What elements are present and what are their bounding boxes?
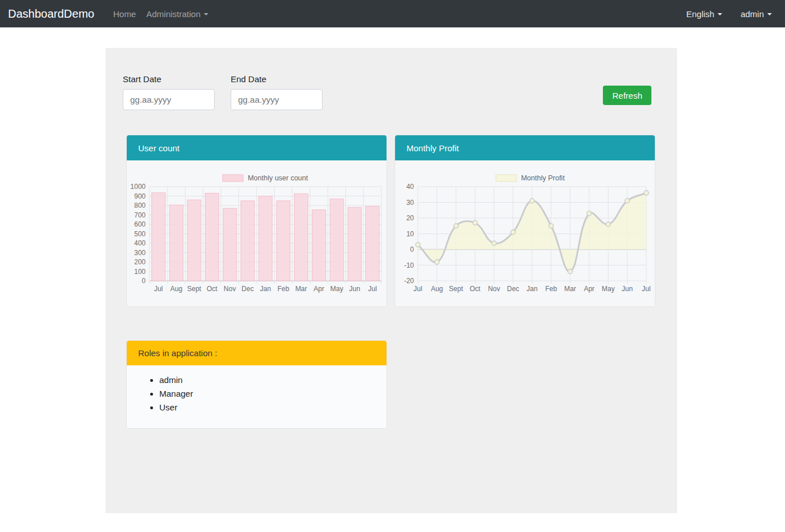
nav-item-administration[interactable]: Administration: [141, 6, 214, 22]
user-count-chart-body: 01002003004005006007008009001000JulAugSe…: [127, 160, 387, 307]
chevron-down-icon: [767, 13, 772, 15]
monthly-profit-line-chart: -20-10010203040JulAugSeptOctNovDecJanFeb…: [395, 160, 654, 307]
svg-text:400: 400: [134, 239, 146, 247]
svg-text:Jul: Jul: [154, 285, 163, 293]
role-item: User: [159, 402, 375, 412]
svg-text:-20: -20: [404, 277, 414, 285]
svg-text:May: May: [602, 285, 615, 293]
svg-text:Jan: Jan: [526, 285, 537, 293]
svg-text:Jan: Jan: [260, 285, 271, 293]
roles-panel-header: Roles in application :: [127, 341, 387, 365]
nav-administration-label: Administration: [146, 9, 200, 19]
svg-text:200: 200: [134, 258, 146, 266]
user-count-panel: User count 01002003004005006007008009001…: [127, 135, 387, 307]
user-count-bar-chart: 01002003004005006007008009001000JulAugSe…: [127, 160, 385, 307]
svg-text:Feb: Feb: [277, 285, 289, 293]
svg-text:Feb: Feb: [545, 285, 557, 293]
svg-text:20: 20: [406, 214, 414, 222]
svg-text:-10: -10: [404, 261, 414, 269]
roles-panel-body: adminManagerUser: [127, 365, 387, 428]
role-item: admin: [159, 375, 375, 385]
svg-text:Aug: Aug: [170, 285, 182, 293]
charts-row: User count 01002003004005006007008009001…: [106, 135, 677, 307]
roles-row: Roles in application : adminManagerUser: [106, 341, 677, 428]
svg-text:Apr: Apr: [584, 285, 595, 293]
svg-text:Jun: Jun: [622, 285, 633, 293]
svg-text:Sept: Sept: [449, 285, 463, 293]
user-count-panel-header: User count: [127, 135, 387, 160]
end-date-input[interactable]: [231, 89, 323, 110]
role-item: Manager: [159, 389, 375, 398]
nav-home-label: Home: [113, 9, 136, 19]
refresh-button[interactable]: Refresh: [603, 86, 651, 105]
svg-text:Nov: Nov: [488, 285, 500, 293]
svg-text:Mar: Mar: [564, 285, 576, 293]
end-date-group: End Date: [231, 74, 323, 110]
chevron-down-icon: [718, 13, 722, 15]
svg-text:800: 800: [134, 201, 146, 209]
svg-text:900: 900: [134, 192, 146, 200]
svg-text:Jul: Jul: [368, 285, 377, 293]
svg-text:Oct: Oct: [470, 285, 481, 293]
roles-panel: Roles in application : adminManagerUser: [127, 341, 387, 428]
nav-item-home[interactable]: Home: [108, 6, 141, 22]
start-date-input[interactable]: [123, 89, 215, 110]
svg-text:Monthly Profit: Monthly Profit: [521, 174, 565, 182]
svg-text:100: 100: [134, 268, 146, 276]
svg-text:0: 0: [410, 245, 414, 253]
monthly-profit-chart-body: -20-10010203040JulAugSeptOctNovDecJanFeb…: [395, 160, 655, 307]
language-label: English: [686, 9, 714, 19]
svg-text:Apr: Apr: [313, 285, 324, 293]
svg-text:1000: 1000: [130, 183, 146, 191]
svg-text:700: 700: [134, 211, 146, 219]
monthly-profit-panel: Monthly Profit -20-10010203040JulAugSept…: [395, 135, 655, 307]
svg-text:500: 500: [134, 230, 146, 238]
svg-text:Jun: Jun: [349, 285, 360, 293]
svg-text:0: 0: [142, 277, 146, 285]
main-content: Start Date End Date Refresh User count 0…: [106, 48, 677, 513]
nav-left: Home Administration: [108, 6, 214, 22]
svg-text:Dec: Dec: [507, 285, 519, 293]
monthly-profit-panel-header: Monthly Profit: [395, 135, 655, 160]
end-date-label: End Date: [231, 74, 323, 84]
roles-list: adminManagerUser: [138, 375, 375, 412]
monthly-profit-panel-title: Monthly Profit: [406, 143, 459, 153]
username-label: admin: [740, 9, 764, 19]
svg-text:600: 600: [134, 220, 146, 228]
svg-text:Monthly user count: Monthly user count: [248, 174, 308, 182]
top-navbar: DashboardDemo Home Administration Englis…: [0, 0, 785, 27]
nav-right: English admin: [681, 6, 777, 22]
svg-text:Nov: Nov: [224, 285, 236, 293]
svg-text:Sept: Sept: [187, 285, 202, 293]
svg-text:Dec: Dec: [241, 285, 253, 293]
svg-text:300: 300: [134, 249, 146, 257]
svg-text:Oct: Oct: [207, 285, 218, 293]
svg-text:Mar: Mar: [295, 285, 307, 293]
svg-text:Jul: Jul: [413, 285, 422, 293]
user-count-panel-title: User count: [138, 143, 180, 153]
svg-text:10: 10: [406, 230, 414, 238]
svg-text:Jul: Jul: [642, 285, 650, 293]
svg-text:40: 40: [406, 183, 414, 191]
svg-text:May: May: [331, 285, 344, 293]
chevron-down-icon: [204, 13, 208, 15]
language-dropdown[interactable]: English: [681, 6, 727, 22]
filters-row: Start Date End Date Refresh: [106, 74, 677, 110]
start-date-label: Start Date: [123, 74, 215, 84]
svg-text:30: 30: [406, 199, 414, 207]
start-date-group: Start Date: [123, 74, 215, 110]
roles-panel-title: Roles in application :: [138, 348, 217, 358]
user-dropdown[interactable]: admin: [735, 6, 777, 22]
svg-text:Aug: Aug: [431, 285, 443, 293]
brand-logo[interactable]: DashboardDemo: [8, 7, 94, 21]
